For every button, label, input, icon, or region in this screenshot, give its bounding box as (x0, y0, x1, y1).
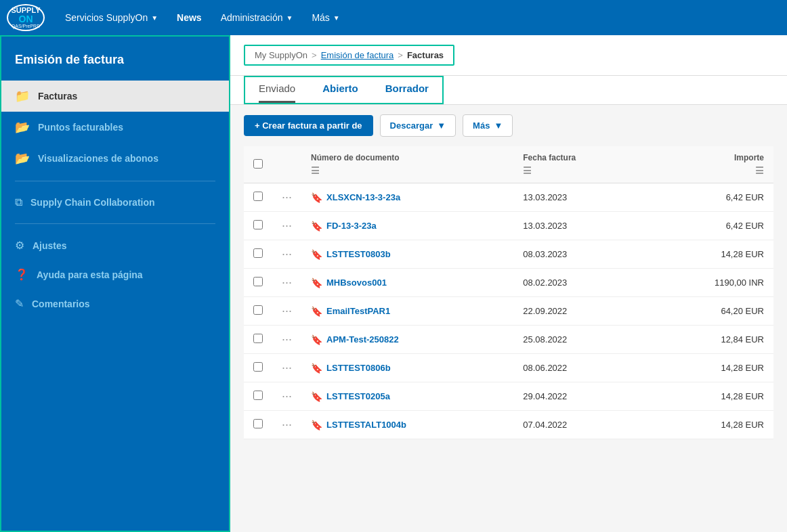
table-row: ··· 🔖 APM-Test-250822 25.08.2022 12,84 E… (244, 326, 773, 354)
row-actions[interactable]: ··· (272, 212, 301, 240)
row-checkbox-cell (244, 411, 272, 439)
gear-icon: ⚙ (15, 239, 24, 252)
bookmark-icon: 🔖 (311, 334, 322, 345)
doc-number-link[interactable]: 🔖 EmailTestPAR1 (311, 306, 504, 317)
doc-number-header: Número de documento ☰ (301, 146, 513, 183)
table-row: ··· 🔖 FD-13-3-23a 13.03.2023 6,42 EUR (244, 212, 773, 240)
row-actions[interactable]: ··· (272, 297, 301, 326)
tab-borrador[interactable]: Borrador (385, 83, 429, 103)
external-link-icon: ⧉ (15, 196, 22, 208)
sidebar-item-facturas[interactable]: 📁 Facturas (1, 81, 229, 112)
nav-administracion[interactable]: Administración ▼ (211, 0, 303, 35)
sidebar-item-puntos-facturables[interactable]: 📂 Puntos facturables (1, 112, 229, 143)
table-row: ··· 🔖 LSTTEST0205a 29.04.2022 14,28 EUR (244, 382, 773, 411)
doc-number-link[interactable]: 🔖 FD-13-3-23a (311, 221, 504, 231)
filter-icon[interactable]: ☰ (523, 165, 637, 176)
amount-header: Importe ☰ (647, 146, 773, 183)
amount-cell: 6,42 EUR (647, 183, 773, 212)
doc-number-link[interactable]: 🔖 LSTTEST0803b (311, 249, 504, 260)
doc-number-link[interactable]: 🔖 XLSXCN-13-3-23a (311, 192, 504, 203)
doc-number-link[interactable]: 🔖 LSTTEST0806b (311, 363, 504, 374)
row-checkbox[interactable] (253, 305, 263, 315)
row-actions[interactable]: ··· (272, 269, 301, 297)
table-row: ··· 🔖 XLSXCN-13-3-23a 13.03.2023 6,42 EU… (244, 183, 773, 212)
sidebar-label: Ajustes (33, 240, 67, 251)
row-checkbox[interactable] (253, 220, 263, 229)
more-button[interactable]: Más ▼ (463, 114, 513, 137)
select-all-checkbox[interactable] (253, 159, 263, 169)
download-button[interactable]: Descargar ▼ (380, 114, 456, 137)
bookmark-icon: 🔖 (311, 363, 322, 374)
row-checkbox-cell (244, 269, 272, 297)
sidebar-item-comentarios[interactable]: ✎ Comentarios (1, 289, 229, 318)
table-row: ··· 🔖 LSTTESTALT1004b 07.04.2022 14,28 E… (244, 411, 773, 439)
sidebar-title: Emisión de factura (1, 37, 229, 81)
sidebar-item-ayuda[interactable]: ❓ Ayuda para esta página (1, 260, 229, 289)
nav-news[interactable]: News (167, 0, 211, 35)
amount-cell: 6,42 EUR (647, 212, 773, 240)
row-actions[interactable]: ··· (272, 183, 301, 212)
table-row: ··· 🔖 MHBsovos001 08.02.2023 1190,00 INR (244, 269, 773, 297)
row-checkbox-cell (244, 297, 272, 326)
filter-icon[interactable]: ☰ (311, 165, 504, 176)
doc-number-cell: 🔖 LSTTEST0205a (301, 382, 513, 411)
filter-icon[interactable]: ☰ (656, 165, 764, 176)
doc-number-link[interactable]: 🔖 LSTTESTALT1004b (311, 420, 504, 430)
nav-mas[interactable]: Más ▼ (302, 0, 349, 35)
row-checkbox[interactable] (253, 334, 263, 343)
date-cell: 13.03.2023 (513, 183, 647, 212)
row-actions[interactable]: ··· (272, 382, 301, 411)
chevron-down-icon: ▼ (437, 120, 446, 131)
row-checkbox[interactable] (253, 362, 263, 372)
date-cell: 13.03.2023 (513, 212, 647, 240)
row-actions[interactable]: ··· (272, 240, 301, 269)
invoices-table: Número de documento ☰ Fecha factura ☰ Im… (244, 146, 773, 439)
sidebar-item-visualizaciones[interactable]: 📂 Visualizaciones de abonos (1, 143, 229, 174)
actions-header (272, 146, 301, 183)
breadcrumb-current: Facturas (407, 50, 444, 60)
row-actions[interactable]: ··· (272, 354, 301, 382)
nav-servicios[interactable]: Servicios SupplyOn ▼ (56, 0, 167, 35)
row-checkbox[interactable] (253, 248, 263, 258)
row-actions[interactable]: ··· (272, 326, 301, 354)
main-content: My SupplyOn > Emisión de factura > Factu… (230, 35, 787, 532)
amount-cell: 64,20 EUR (647, 297, 773, 326)
chevron-down-icon: ▼ (333, 14, 340, 22)
doc-number-link[interactable]: 🔖 APM-Test-250822 (311, 334, 504, 345)
doc-number-cell: 🔖 LSTTEST0803b (301, 240, 513, 269)
doc-number-link[interactable]: 🔖 MHBsovos001 (311, 278, 504, 288)
doc-number-cell: 🔖 XLSXCN-13-3-23a (301, 183, 513, 212)
breadcrumb-emision[interactable]: Emisión de factura (321, 50, 394, 60)
logo[interactable]: SUPPLY ON QAS/PrePRD (7, 4, 45, 31)
doc-number-cell: 🔖 EmailTestPAR1 (301, 297, 513, 326)
chevron-down-icon: ▼ (286, 14, 293, 22)
row-checkbox[interactable] (253, 419, 263, 428)
row-checkbox-cell (244, 326, 272, 354)
date-cell: 07.04.2022 (513, 411, 647, 439)
row-checkbox[interactable] (253, 277, 263, 286)
sidebar-divider (15, 223, 215, 224)
table-row: ··· 🔖 EmailTestPAR1 22.09.2022 64,20 EUR (244, 297, 773, 326)
doc-number-cell: 🔖 LSTTESTALT1004b (301, 411, 513, 439)
row-actions[interactable]: ··· (272, 411, 301, 439)
folder-icon: 📂 (15, 120, 30, 135)
tab-enviado[interactable]: Enviado (259, 83, 295, 103)
bookmark-icon: 🔖 (311, 306, 322, 317)
sidebar-label: Puntos facturables (38, 122, 123, 133)
table-row: ··· 🔖 LSTTEST0803b 08.03.2023 14,28 EUR (244, 240, 773, 269)
row-checkbox[interactable] (253, 192, 263, 201)
amount-cell: 14,28 EUR (647, 411, 773, 439)
sidebar-item-supply-chain[interactable]: ⧉ Supply Chain Collaboration (1, 188, 229, 217)
amount-cell: 14,28 EUR (647, 354, 773, 382)
folder-icon: 📂 (15, 151, 30, 166)
row-checkbox-cell (244, 240, 272, 269)
table-container: Número de documento ☰ Fecha factura ☰ Im… (230, 146, 787, 453)
breadcrumb-home: My SupplyOn (255, 50, 307, 60)
amount-cell: 1190,00 INR (647, 269, 773, 297)
doc-number-link[interactable]: 🔖 LSTTEST0205a (311, 391, 504, 402)
folder-icon: 📁 (15, 89, 30, 104)
row-checkbox[interactable] (253, 391, 263, 400)
tab-abierto[interactable]: Abierto (322, 83, 358, 103)
create-invoice-button[interactable]: + Crear factura a partir de (244, 115, 373, 136)
sidebar-item-ajustes[interactable]: ⚙ Ajustes (1, 231, 229, 260)
